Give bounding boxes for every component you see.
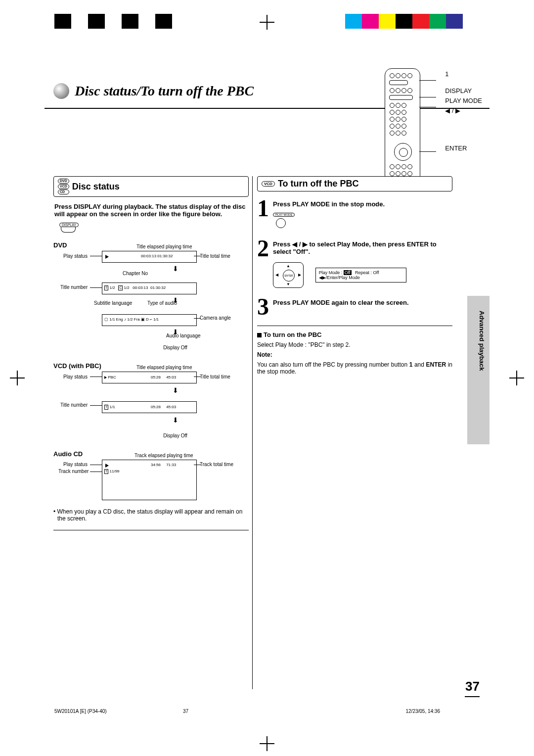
display-button-label: DISPLAY [59,223,79,227]
dvd-title-total-label: Title total time [200,253,230,259]
page-number: 37 [465,679,480,694]
note-body: You can also turn off the PBC by pressin… [257,361,452,375]
step-3-text: Press PLAY MODE again to clear the scree… [273,299,409,306]
display-button-icon [61,227,76,233]
dvd-elapsed-label: Title elapsed playing time [136,244,192,249]
page-title: Disc status/To turn off the PBC [75,83,254,98]
remote-callout-playmode: PLAY MODE [445,97,482,105]
dvd-play-status-label: Play status [63,253,88,259]
left-heading-text: Disc status [72,182,120,192]
dvd-osd-3: ▢ 1/1 Eng ♪ 1/2 Fra ▣ D ⌐ 1/1 [102,314,197,326]
cd-track-number-label: Track number [58,469,89,474]
crop-mark-right [509,371,524,385]
turn-on-body: Select Play Mode : "PBC" in step 2. [257,341,452,348]
step-2-number: 2 [257,238,273,288]
vcd-osd-1: PBC 05:28 45:03 [102,372,197,383]
cd-note: When you play a CD disc, the status disp… [57,508,243,522]
footer-left: 5W20101A [E] (P34-40) [54,709,107,714]
remote-illustration [385,68,420,188]
dvd-audio-type-label: Type of audio [147,300,177,306]
page-number-underline [465,696,480,697]
vcd-osd-2: T 1/1 05:28 45:03 [102,401,197,413]
crop-mark-bottom [260,736,274,751]
right-heading: VCD To turn off the PBC [257,176,452,191]
cd-osd: 34:56 71:33 T 11/99 [102,460,197,500]
step-1-number: 1 [257,198,273,230]
column-separator [252,176,253,689]
cd-elapsed-label: Track elapsed playing time [134,453,193,458]
left-column: DVD VCD CD Disc status Press DISPLAY dur… [53,176,249,530]
vcd-elapsed-label: Title elapsed playing time [136,365,192,370]
page-content: Advanced playback Disc status/To turn of… [44,44,490,729]
dvd-osd-1: 00:03:13 01:30:32 [102,251,197,263]
footer-mid: 37 [183,709,188,714]
bullet-sphere-icon [53,83,69,99]
playmode-osd: Play Mode : Off Repeat : Off ◀▶/Enter/Pl… [315,268,406,283]
remote-callout-1: 1 [445,70,482,78]
playmode-button-icon [276,218,286,228]
disc-status-intro: Press DISPLAY during playback. The statu… [54,203,248,218]
cd-play-status-label: Play status [63,462,88,467]
vcd-title-total-label: Title total time [200,374,230,379]
right-column: VCD To turn off the PBC 1 Press PLAY MOD… [257,176,452,375]
step-2-text: Press ◀ / ▶ to select Play Mode, then pr… [273,240,452,255]
cd-track-total-label: Track total time [200,462,233,467]
remote-callout-display: DISPLAY [445,87,482,95]
disc-type-ovals: DVD VCD CD [58,179,69,194]
step-1-text: Press PLAY MODE in the stop mode. [273,200,385,208]
square-bullet-icon [257,333,262,337]
side-tab-label: Advanced playback [478,311,486,371]
dvd-chapter-label: Chapter No [123,271,148,276]
left-heading: DVD VCD CD Disc status [53,176,249,197]
vcd-display-off: Display Off [102,433,249,438]
dvd-subtitle-label: Subtitle language [94,300,132,306]
remote-callout-arrows: ◀ / ▶ [445,107,482,115]
dvd-display-off: Display Off [102,345,249,350]
title-underline [44,108,490,109]
note-label: Note: [257,351,452,358]
vcd-title-number-label: Title number [60,402,88,408]
dvd-title-number-label: Title number [60,284,88,290]
remote-callout-enter: ENTER [445,144,482,152]
dvd-audio-lang-label: Audio language [166,333,201,338]
enter-pad-icon: ENTER ◀ ▶ ▲ ▼ [273,262,304,288]
turn-on-heading: To turn on the PBC [257,331,452,338]
crop-mark-left [10,371,25,385]
remote-callouts: 1 DISPLAY PLAY MODE ◀ / ▶ ENTER [445,70,482,154]
dvd-osd-2: T 1/2 C 1/2 00:03:13 01:30:32 [102,283,197,294]
footer-right: 12/23/05, 14:36 [405,709,440,714]
playmode-button-label: PLAY MODE [273,213,295,217]
step-3-number: 3 [257,297,273,317]
dvd-camera-label: Camera angle [200,315,231,321]
crop-mark-top [260,15,274,30]
vcd-play-status-label: Play status [63,374,88,379]
right-heading-text: To turn off the PBC [278,179,359,189]
